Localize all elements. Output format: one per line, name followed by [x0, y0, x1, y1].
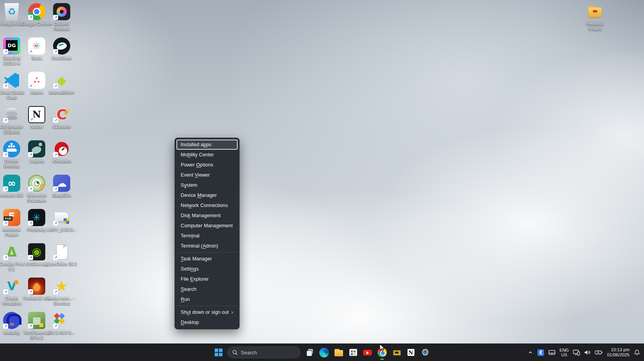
desktop-icon-label: OrcaSlicer [46, 56, 77, 61]
desktop-icon-libreoffice[interactable]: ↗LibreOffice 25.2 [49, 243, 74, 267]
desktop-icon-db-browser-sqlite[interactable]: ↗DB Browser (SQLite) [0, 106, 24, 134]
tray-chevron-up-icon[interactable] [528, 350, 533, 355]
desktop-icon-label: LBRY_0.53.9... [46, 227, 77, 232]
shortcut-arrow-icon: ↗ [53, 152, 58, 157]
taskbar-youtube-icon[interactable] [360, 345, 375, 360]
menu-item-file-explorer[interactable]: File Explorer [176, 274, 238, 284]
menu-item-computer-management[interactable]: Computer Management [176, 221, 238, 231]
shortcut-arrow-icon: ↗ [28, 255, 33, 260]
audacity-icon: ≈↗ [3, 312, 20, 329]
shortcut-arrow-icon: ↗ [53, 289, 58, 294]
menu-item-network-connections[interactable]: Network Connections [176, 200, 238, 211]
shortcut-arrow-icon: ↗ [53, 83, 58, 88]
menu-item-shut-down-or-sign-out[interactable]: Shut down or sign out› [176, 307, 238, 317]
menu-item-terminal-admin[interactable]: Terminal (Admin) [176, 241, 238, 251]
notification-bell-icon[interactable] [634, 349, 640, 356]
shortcut-arrow-icon: ↗ [3, 49, 8, 54]
desktop-icon-audacity[interactable]: ≈↗Audacity [0, 312, 24, 335]
start-button[interactable] [212, 345, 225, 360]
desktop-icon-notion[interactable]: N↗Notion [24, 106, 49, 129]
desktop-icon-orcaslicer[interactable]: ↗OrcaSlicer [49, 37, 74, 61]
desktop-icon-logseq[interactable]: ↗Logseq [24, 140, 49, 164]
menu-item-desktop[interactable]: Desktop [176, 317, 238, 327]
desktop-icon-datagrip[interactable]: DG↗DataGrip 2023.3.4 [0, 37, 24, 66]
shortcut-arrow-icon: ↗ [28, 152, 33, 157]
mouse-cursor [379, 344, 385, 352]
menu-item-search[interactable]: Search [176, 284, 238, 294]
desktop-icon-chrome[interactable]: ↗Google Chrome [24, 3, 49, 27]
desktop-icon-perplexity[interactable]: ✳↗Perplexity [24, 209, 49, 232]
menu-item-event-viewer[interactable]: Event Viewer [176, 170, 238, 180]
menu-item-installed-apps[interactable]: Installed apps [176, 140, 238, 150]
taskbar-task-view-icon[interactable] [302, 345, 317, 360]
desktop-icon-davinci-resolve[interactable]: ↗DaVinci Resolve [49, 3, 74, 32]
menu-item-device-manager[interactable]: Device Manager [176, 190, 238, 200]
desktop-icon-autodesk-fusion[interactable]: FFUS↗Autodesk Fusion [0, 209, 24, 237]
desktop-icon-furmark[interactable]: ↗FurMark2 x64 [24, 278, 49, 301]
desktop-icon-ccleaner[interactable]: C↗CCleaner [49, 106, 74, 129]
shortcut-arrow-icon: ↗ [3, 152, 8, 157]
desktop-icon-webui-star[interactable]: ★↗webui-user... - Shortcut [49, 278, 74, 306]
db-browser-sqlite-icon: ↗ [3, 106, 20, 123]
menu-item-terminal[interactable]: Terminal [176, 231, 238, 241]
bluetooth-icon[interactable] [537, 349, 544, 356]
menu-item-power-options[interactable]: Power Options [176, 160, 238, 170]
shortcut-arrow-icon: ↗ [3, 289, 8, 294]
taskbar-settings-gear-icon[interactable]: ⚙ [418, 345, 432, 360]
shortcut-arrow-icon: ↗ [53, 221, 58, 226]
shortcut-arrow-icon: ↗ [28, 186, 33, 191]
shortcut-arrow-icon: ↗ [53, 255, 58, 260]
taskbar-notion-icon[interactable]: N [404, 345, 418, 360]
arduino-ide-icon: ∞↗ [3, 175, 20, 192]
kleopatra-icon: ↗ [53, 140, 70, 157]
menu-item-system[interactable]: System [176, 180, 238, 190]
desktop-icon-kleopatra[interactable]: ↗Kleopatra [49, 140, 74, 164]
desktop-icon-arduino-ide[interactable]: ∞↗Arduino IDE [0, 175, 24, 198]
desktop-icon-wise-auto-shutdown[interactable]: ◔↗Wise Auto Shutdown [24, 175, 49, 203]
battery-charging-icon[interactable] [595, 350, 603, 355]
desktop-icon-label: Git 2.49.0 6... [46, 330, 77, 335]
taskbar-microsoft-store-icon[interactable] [346, 345, 360, 360]
shortcut-arrow-icon: ↗ [28, 49, 33, 54]
autodesk-fusion-icon: FFUS↗ [3, 209, 20, 226]
desktop-icon-balena-etcher[interactable]: ◆↗balenaEtcher [49, 72, 74, 95]
taskbar-yellow-card-app-icon[interactable] [389, 345, 404, 360]
desktop-icon-nvidia-app[interactable]: ◉↗NVIDIA App [24, 243, 49, 267]
shortcut-arrow-icon: ↗ [28, 221, 33, 226]
shortcut-arrow-icon: ↗ [3, 83, 8, 88]
tray-clock[interactable]: 10:13 pm 01/06/2025 [607, 347, 630, 358]
desktop-icon-virtualbox[interactable]: V↗Oracle VirtualBox [0, 278, 24, 306]
git-icon: ↗ [53, 312, 70, 329]
desktop-icon-git[interactable]: ↗Git 2.49.0 6... [49, 312, 74, 335]
desktop-icon-lbry[interactable]: ↗LBRY_0.53.9... [49, 209, 74, 232]
desktop-icon-easyeda[interactable]: ☁↗EasyEDA [49, 175, 74, 198]
desktop-icon-vscode[interactable]: ↗Visual Studio Code [0, 72, 24, 100]
taskbar-search[interactable]: Search [227, 347, 301, 358]
cast-display-icon[interactable] [573, 350, 580, 356]
desktop-icon-docker[interactable]: ↗Docker Desktop [0, 140, 24, 169]
desktop-icon-asana[interactable]: ∴↗Asana [24, 72, 49, 95]
lbry-icon: ↗ [53, 209, 70, 226]
asana-icon: ∴↗ [28, 72, 45, 89]
menu-item-run[interactable]: Run [176, 294, 238, 304]
tray-time: 10:13 pm [607, 347, 630, 353]
desktop-icon-recycle-bin[interactable]: ♻Recycle Bin [0, 3, 24, 27]
desktop-icon-gpu-z[interactable]: ▦↗TechPowerUp GPU-Z [24, 312, 49, 340]
shortcut-arrow-icon: ↗ [53, 324, 58, 329]
desktop-icon-slack[interactable]: ✳↗Slack [24, 37, 49, 61]
volume-icon[interactable] [584, 350, 591, 355]
menu-item-mobility-center[interactable]: Mobility Center [176, 150, 238, 160]
taskbar-file-explorer-icon[interactable] [331, 345, 346, 360]
menu-item-task-manager[interactable]: Task Manager [176, 254, 238, 264]
menu-item-disk-management[interactable]: Disk Management [176, 211, 238, 221]
taskbar-edge-icon[interactable] [317, 345, 331, 360]
desktop-icon-personal-project[interactable]: Personal Project [583, 3, 607, 32]
slack-icon: ✳↗ [28, 37, 45, 55]
desktop-icon-label: CCleaner [46, 124, 77, 129]
menu-item-settings[interactable]: Settings [176, 264, 238, 274]
touchpad-icon[interactable] [548, 350, 555, 355]
desktop-icon-creality-print[interactable]: Δ↗Creality Print 6.1 [0, 243, 24, 272]
creality-print-icon: Δ↗ [3, 243, 20, 260]
wise-auto-shutdown-icon: ◔↗ [28, 175, 45, 192]
language-indicator[interactable]: ENG US [560, 348, 569, 357]
